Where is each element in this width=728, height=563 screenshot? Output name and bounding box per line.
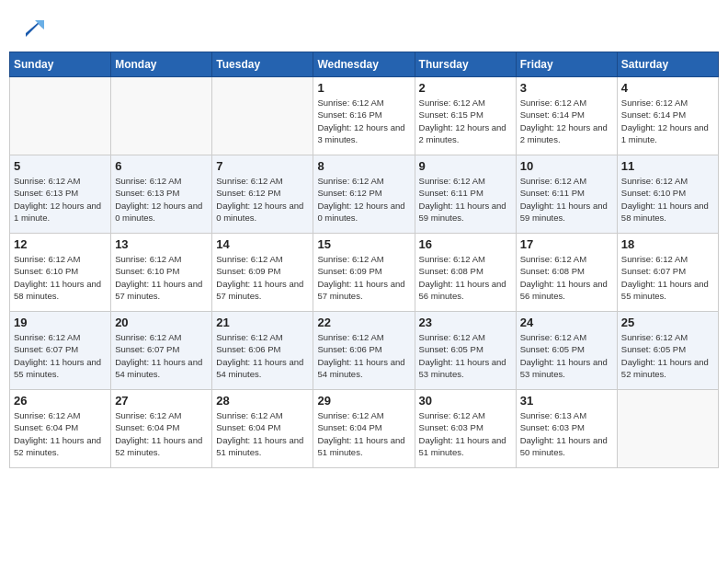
cell-info: Sunrise: 6:12 AMSunset: 6:04 PMDaylight:… <box>115 409 208 458</box>
weekday-header: Monday <box>111 52 212 77</box>
cell-info: Sunrise: 6:12 AMSunset: 6:11 PMDaylight:… <box>419 175 512 224</box>
cell-info: Sunrise: 6:12 AMSunset: 6:13 PMDaylight:… <box>14 175 107 224</box>
day-number: 3 <box>520 81 613 95</box>
logo-icon <box>18 13 46 40</box>
calendar-cell: 19Sunrise: 6:12 AMSunset: 6:07 PMDayligh… <box>10 312 111 390</box>
cell-info: Sunrise: 6:12 AMSunset: 6:05 PMDaylight:… <box>419 331 512 380</box>
page-header <box>9 9 719 44</box>
weekday-header: Wednesday <box>313 52 415 77</box>
day-number: 23 <box>419 316 512 329</box>
calendar-cell: 12Sunrise: 6:12 AMSunset: 6:10 PMDayligh… <box>10 234 111 312</box>
day-number: 5 <box>14 159 107 173</box>
calendar-cell <box>212 77 313 155</box>
calendar-cell: 6Sunrise: 6:12 AMSunset: 6:13 PMDaylight… <box>111 155 212 234</box>
calendar-cell: 30Sunrise: 6:12 AMSunset: 6:03 PMDayligh… <box>415 390 516 468</box>
cell-info: Sunrise: 6:12 AMSunset: 6:12 PMDaylight:… <box>317 175 410 224</box>
day-number: 15 <box>317 237 410 251</box>
calendar-cell: 15Sunrise: 6:12 AMSunset: 6:09 PMDayligh… <box>313 234 415 312</box>
weekday-header: Thursday <box>415 52 516 77</box>
cell-info: Sunrise: 6:12 AMSunset: 6:09 PMDaylight:… <box>216 253 309 302</box>
cell-info: Sunrise: 6:12 AMSunset: 6:07 PMDaylight:… <box>14 331 107 380</box>
calendar-cell: 7Sunrise: 6:12 AMSunset: 6:12 PMDaylight… <box>212 155 313 234</box>
day-number: 14 <box>216 237 309 251</box>
calendar-cell <box>617 390 718 468</box>
day-number: 13 <box>115 237 208 251</box>
cell-info: Sunrise: 6:12 AMSunset: 6:10 PMDaylight:… <box>14 253 107 302</box>
calendar-cell: 27Sunrise: 6:12 AMSunset: 6:04 PMDayligh… <box>111 390 212 468</box>
day-number: 2 <box>419 81 512 95</box>
calendar-cell <box>111 77 212 155</box>
calendar-cell: 3Sunrise: 6:12 AMSunset: 6:14 PMDaylight… <box>516 77 617 155</box>
calendar-cell: 10Sunrise: 6:12 AMSunset: 6:11 PMDayligh… <box>516 155 617 234</box>
calendar-cell: 13Sunrise: 6:12 AMSunset: 6:10 PMDayligh… <box>111 234 212 312</box>
calendar-cell: 17Sunrise: 6:12 AMSunset: 6:08 PMDayligh… <box>516 234 617 312</box>
calendar-cell: 8Sunrise: 6:12 AMSunset: 6:12 PMDaylight… <box>313 155 415 234</box>
day-number: 16 <box>419 237 512 251</box>
cell-info: Sunrise: 6:12 AMSunset: 6:03 PMDaylight:… <box>419 409 512 458</box>
calendar-cell: 21Sunrise: 6:12 AMSunset: 6:06 PMDayligh… <box>212 312 313 390</box>
calendar-cell: 26Sunrise: 6:12 AMSunset: 6:04 PMDayligh… <box>10 390 111 468</box>
cell-info: Sunrise: 6:12 AMSunset: 6:11 PMDaylight:… <box>520 175 613 224</box>
day-number: 4 <box>621 81 714 95</box>
day-number: 17 <box>520 237 613 251</box>
day-number: 11 <box>621 159 714 173</box>
calendar-cell: 11Sunrise: 6:12 AMSunset: 6:10 PMDayligh… <box>617 155 718 234</box>
cell-info: Sunrise: 6:12 AMSunset: 6:05 PMDaylight:… <box>621 331 714 380</box>
day-number: 6 <box>115 159 208 173</box>
calendar-table: SundayMondayTuesdayWednesdayThursdayFrid… <box>9 52 719 468</box>
cell-info: Sunrise: 6:12 AMSunset: 6:04 PMDaylight:… <box>14 409 107 458</box>
weekday-header: Friday <box>516 52 617 77</box>
cell-info: Sunrise: 6:13 AMSunset: 6:03 PMDaylight:… <box>520 409 613 458</box>
calendar-cell: 23Sunrise: 6:12 AMSunset: 6:05 PMDayligh… <box>415 312 516 390</box>
cell-info: Sunrise: 6:12 AMSunset: 6:08 PMDaylight:… <box>520 253 613 302</box>
calendar-cell: 9Sunrise: 6:12 AMSunset: 6:11 PMDaylight… <box>415 155 516 234</box>
logo <box>17 13 46 40</box>
day-number: 30 <box>419 394 512 408</box>
calendar-cell: 4Sunrise: 6:12 AMSunset: 6:14 PMDaylight… <box>617 77 718 155</box>
calendar-cell: 1Sunrise: 6:12 AMSunset: 6:16 PMDaylight… <box>313 77 415 155</box>
day-number: 19 <box>14 316 107 329</box>
cell-info: Sunrise: 6:12 AMSunset: 6:07 PMDaylight:… <box>115 331 208 380</box>
cell-info: Sunrise: 6:12 AMSunset: 6:10 PMDaylight:… <box>621 175 714 224</box>
cell-info: Sunrise: 6:12 AMSunset: 6:13 PMDaylight:… <box>115 175 208 224</box>
cell-info: Sunrise: 6:12 AMSunset: 6:06 PMDaylight:… <box>216 331 309 380</box>
calendar-cell: 16Sunrise: 6:12 AMSunset: 6:08 PMDayligh… <box>415 234 516 312</box>
calendar-cell: 20Sunrise: 6:12 AMSunset: 6:07 PMDayligh… <box>111 312 212 390</box>
cell-info: Sunrise: 6:12 AMSunset: 6:14 PMDaylight:… <box>520 97 613 145</box>
cell-info: Sunrise: 6:12 AMSunset: 6:15 PMDaylight:… <box>419 97 512 145</box>
weekday-header: Saturday <box>617 52 718 77</box>
cell-info: Sunrise: 6:12 AMSunset: 6:06 PMDaylight:… <box>317 331 410 380</box>
cell-info: Sunrise: 6:12 AMSunset: 6:05 PMDaylight:… <box>520 331 613 380</box>
calendar-cell: 14Sunrise: 6:12 AMSunset: 6:09 PMDayligh… <box>212 234 313 312</box>
day-number: 25 <box>621 316 714 329</box>
day-number: 31 <box>520 394 613 408</box>
calendar-cell: 5Sunrise: 6:12 AMSunset: 6:13 PMDaylight… <box>10 155 111 234</box>
cell-info: Sunrise: 6:12 AMSunset: 6:09 PMDaylight:… <box>317 253 410 302</box>
cell-info: Sunrise: 6:12 AMSunset: 6:08 PMDaylight:… <box>419 253 512 302</box>
calendar-cell: 28Sunrise: 6:12 AMSunset: 6:04 PMDayligh… <box>212 390 313 468</box>
weekday-header: Sunday <box>10 52 111 77</box>
day-number: 21 <box>216 316 309 329</box>
cell-info: Sunrise: 6:12 AMSunset: 6:04 PMDaylight:… <box>216 409 309 458</box>
cell-info: Sunrise: 6:12 AMSunset: 6:10 PMDaylight:… <box>115 253 208 302</box>
cell-info: Sunrise: 6:12 AMSunset: 6:04 PMDaylight:… <box>317 409 410 458</box>
calendar-cell: 25Sunrise: 6:12 AMSunset: 6:05 PMDayligh… <box>617 312 718 390</box>
calendar-cell <box>10 77 111 155</box>
day-number: 9 <box>419 159 512 173</box>
day-number: 8 <box>317 159 410 173</box>
day-number: 12 <box>14 237 107 251</box>
calendar-cell: 31Sunrise: 6:13 AMSunset: 6:03 PMDayligh… <box>516 390 617 468</box>
calendar-cell: 2Sunrise: 6:12 AMSunset: 6:15 PMDaylight… <box>415 77 516 155</box>
day-number: 29 <box>317 394 410 408</box>
day-number: 22 <box>317 316 410 329</box>
calendar-cell: 24Sunrise: 6:12 AMSunset: 6:05 PMDayligh… <box>516 312 617 390</box>
cell-info: Sunrise: 6:12 AMSunset: 6:12 PMDaylight:… <box>216 175 309 224</box>
day-number: 18 <box>621 237 714 251</box>
weekday-header: Tuesday <box>212 52 313 77</box>
day-number: 20 <box>115 316 208 329</box>
day-number: 7 <box>216 159 309 173</box>
day-number: 28 <box>216 394 309 408</box>
day-number: 27 <box>115 394 208 408</box>
day-number: 24 <box>520 316 613 329</box>
calendar-cell: 29Sunrise: 6:12 AMSunset: 6:04 PMDayligh… <box>313 390 415 468</box>
